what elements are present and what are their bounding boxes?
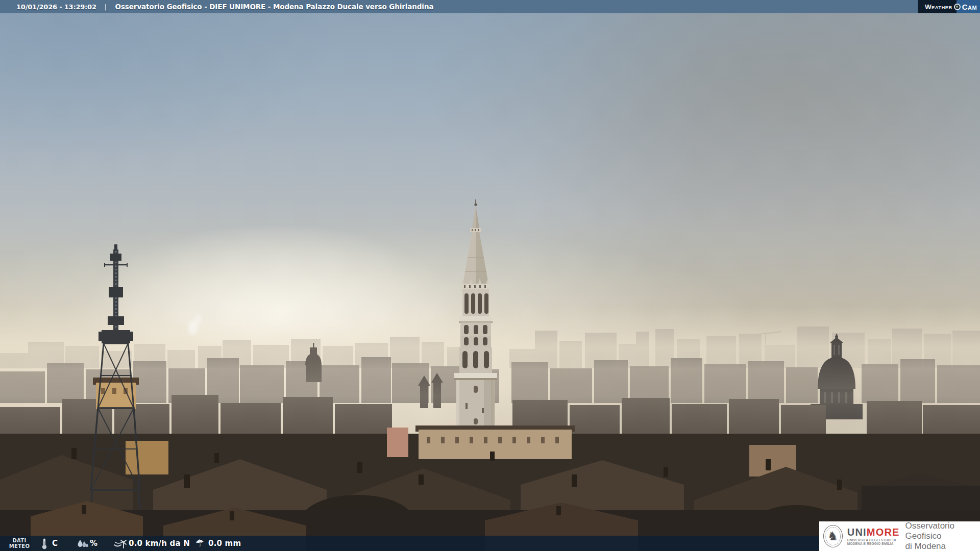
weathercam-cam-word: Cam xyxy=(962,3,977,11)
camera-lens-icon xyxy=(954,4,961,10)
header-separator: | xyxy=(105,3,107,11)
meteo-label: DATI METEO xyxy=(7,538,32,549)
webcam-frame: 10/01/2026 - 13:29:02 | Osservatorio Geo… xyxy=(0,0,980,551)
header-bar: 10/01/2026 - 13:29:02 | Osservatorio Geo… xyxy=(0,0,980,13)
umbrella-icon: ☂ xyxy=(195,537,205,549)
temperature-value: C xyxy=(52,536,58,551)
rain-value: 0.0 mm xyxy=(208,536,241,551)
station-title: Osservatorio Geofisico - DIEF UNIMORE - … xyxy=(115,3,434,11)
humidity-drops-icon xyxy=(76,539,89,549)
observatory-name: Osservatorio Geofisico di Modena xyxy=(905,521,980,551)
city-skyline xyxy=(0,0,980,551)
unimore-subtitle: UNIVERSITÀ DEGLI STUDI DI MODENA E REGGI… xyxy=(847,538,900,546)
ghirlandina-tower xyxy=(454,199,497,450)
weathercam-word: Weather xyxy=(925,3,952,11)
weathercam-logo: Weather Cam xyxy=(918,0,980,13)
wind-anemometer-icon xyxy=(113,538,128,549)
unimore-logo-box: ♞ UNIMORE UNIVERSITÀ DEGLI STUDI DI MODE… xyxy=(819,521,980,551)
humidity-value: % xyxy=(90,536,97,551)
wind-value: 0.0 km/h da N xyxy=(129,536,190,551)
unimore-wordmark: UNIMORE xyxy=(847,527,900,537)
thermometer-icon xyxy=(41,538,48,549)
timestamp: 10/01/2026 - 13:29:02 xyxy=(16,3,96,11)
unimore-brand: UNIMORE UNIVERSITÀ DEGLI STUDI DI MODENA… xyxy=(847,527,900,546)
unimore-crest-icon: ♞ xyxy=(823,525,843,547)
